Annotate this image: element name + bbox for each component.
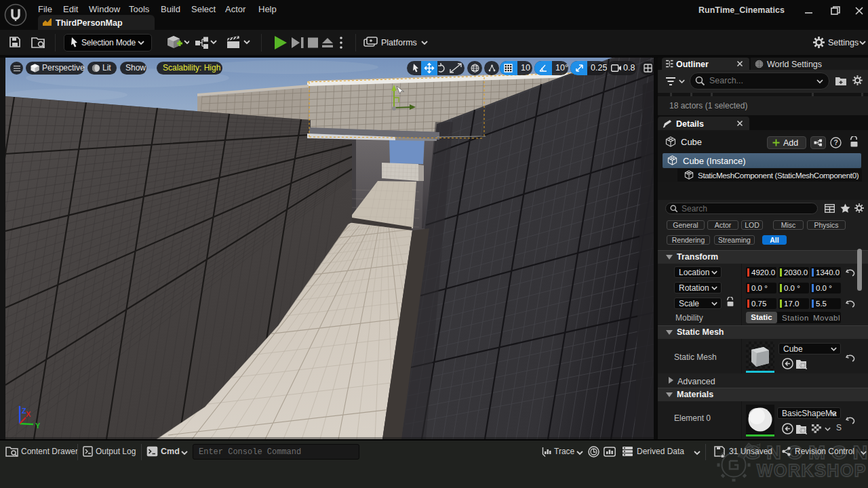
svg-text:?: ? [834,138,838,146]
svg-text:Y: Y [35,422,41,430]
svg-text:X: X [26,410,31,418]
svg-text:WORKSHOP: WORKSHOP [757,461,867,480]
